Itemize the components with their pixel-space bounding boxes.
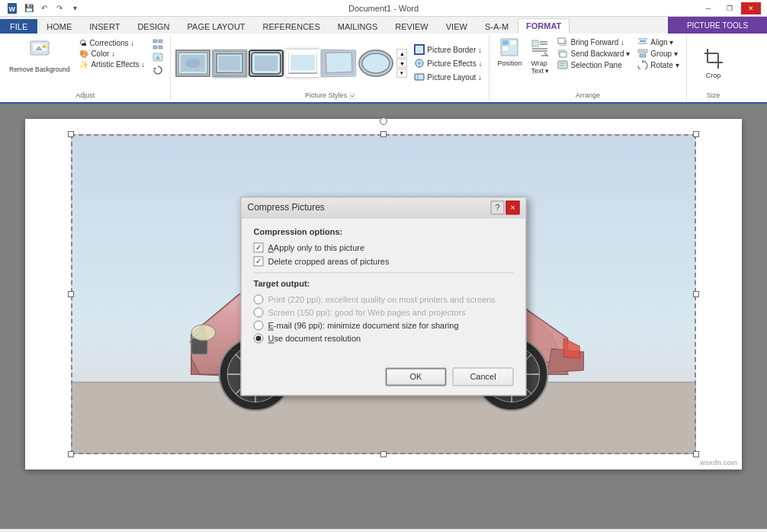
customize-icon[interactable]: ▾: [69, 2, 81, 14]
dialog-close-button[interactable]: ×: [506, 200, 520, 214]
position-icon: [500, 38, 518, 59]
svg-rect-57: [643, 50, 647, 53]
styles-scroll-down[interactable]: ▼: [396, 59, 407, 68]
position-button[interactable]: Position: [494, 37, 525, 90]
save-icon[interactable]: 💾: [23, 2, 35, 14]
radio-print[interactable]: [254, 294, 264, 304]
svg-rect-58: [640, 54, 646, 57]
bring-forward-button[interactable]: Bring Forward ↓: [555, 37, 632, 47]
handle-middle-left[interactable]: [68, 291, 74, 297]
crop-button[interactable]: Crop: [695, 46, 732, 82]
picture-border-button[interactable]: Picture Border ↓: [412, 43, 484, 56]
svg-rect-38: [502, 40, 509, 45]
radio-row-document: Use document resolution: [254, 333, 514, 343]
svg-rect-27: [326, 53, 353, 73]
wrap-text-label: WrapText ▾: [531, 59, 549, 75]
picture-style-1[interactable]: [175, 50, 210, 77]
picture-style-2[interactable]: [212, 50, 247, 77]
rotate-button[interactable]: Rotate ▾: [635, 59, 681, 70]
wrap-text-button[interactable]: WrapText ▾: [528, 37, 552, 90]
dialog-titlebar: Compress Pictures ? ×: [242, 197, 526, 218]
radio-screen-label: Screen (150 ppi): good for Web pages and…: [268, 308, 466, 317]
radio-document-label: Use document resolution: [268, 334, 361, 343]
svg-rect-34: [415, 74, 424, 80]
tab-insert[interactable]: INSERT: [81, 19, 128, 34]
picture-effects-button[interactable]: Picture Effects ↓: [412, 57, 484, 69]
picture-style-3[interactable]: [249, 50, 284, 77]
restore-button[interactable]: ❐: [720, 2, 740, 14]
handle-top-center[interactable]: [380, 131, 387, 137]
redo-icon[interactable]: ↷: [53, 2, 66, 14]
picture-style-5[interactable]: [322, 49, 357, 77]
radio-email-label: E-mail (96 ppi): minimize document size …: [268, 321, 459, 330]
crop-label: Crop: [706, 72, 721, 80]
tab-sam[interactable]: S-A-M: [477, 19, 517, 34]
radio-email[interactable]: [254, 320, 264, 330]
styles-scroll-up[interactable]: ▲: [396, 49, 407, 58]
tab-home[interactable]: HOME: [38, 19, 80, 34]
dialog-title: Compress Pictures: [248, 202, 325, 213]
radio-screen[interactable]: [254, 307, 264, 317]
rotate-handle[interactable]: [380, 117, 387, 125]
svg-rect-6: [32, 50, 47, 53]
corrections-button[interactable]: 🌤 Corrections ↓: [77, 38, 147, 48]
tab-file[interactable]: FILE: [0, 19, 37, 34]
picture-layout-button[interactable]: Picture Layout ↓: [412, 71, 484, 83]
svg-point-5: [42, 45, 46, 49]
send-backward-button[interactable]: Send Backward ▾: [555, 48, 632, 59]
compress-pictures-button[interactable]: [150, 38, 165, 50]
picture-layout-icon: [414, 72, 425, 82]
compression-options-title: Compression options:: [254, 227, 514, 236]
rotate-icon: [637, 60, 648, 69]
tab-mailings[interactable]: MAILINGS: [329, 19, 387, 34]
group-button[interactable]: Group ▾: [635, 48, 681, 59]
color-button[interactable]: 🎨 Color ↓: [77, 49, 147, 59]
tab-design[interactable]: DESIGN: [129, 19, 178, 34]
apply-only-checkbox[interactable]: [254, 242, 264, 252]
close-button[interactable]: ✕: [741, 2, 761, 14]
svg-point-33: [418, 62, 421, 65]
handle-top-right[interactable]: [693, 131, 699, 137]
arrange-buttons: Bring Forward ↓ Send Backward ▾ Selectio…: [555, 37, 632, 90]
handle-middle-right[interactable]: [693, 291, 699, 297]
selection-pane-button[interactable]: Selection Pane: [555, 59, 632, 70]
send-backward-icon: [557, 49, 568, 58]
compress-pictures-dialog: Compress Pictures ? × Compression option…: [241, 197, 527, 396]
artistic-effects-button[interactable]: ✨ Artistic Effects ↓: [77, 59, 147, 69]
styles-scroll-expand[interactable]: ▾: [396, 69, 407, 78]
svg-text:W: W: [9, 5, 16, 13]
minimize-button[interactable]: ─: [698, 2, 718, 14]
change-picture-button[interactable]: [150, 51, 165, 63]
svg-point-91: [191, 325, 216, 341]
artistic-effects-icon: ✨: [79, 60, 88, 69]
svg-point-29: [362, 53, 390, 73]
cancel-button[interactable]: Cancel: [453, 367, 514, 386]
ok-button[interactable]: OK: [386, 367, 447, 386]
dialog-help-button[interactable]: ?: [491, 200, 505, 214]
svg-rect-47: [558, 38, 565, 43]
remove-background-button[interactable]: Remove Background: [5, 37, 74, 75]
watermark: wsxdn.com: [700, 459, 737, 466]
svg-point-17: [185, 59, 201, 68]
undo-icon[interactable]: ↶: [38, 2, 50, 14]
tab-page-layout[interactable]: PAGE LAYOUT: [179, 19, 254, 34]
picture-styles-expand-icon[interactable]: [349, 93, 355, 99]
tab-references[interactable]: REFERENCES: [255, 19, 329, 34]
tab-view[interactable]: VIEW: [438, 19, 476, 34]
handle-bottom-left[interactable]: [68, 451, 74, 457]
radio-document[interactable]: [254, 333, 264, 343]
arrange-group-label: Arrange: [489, 91, 685, 99]
align-button[interactable]: Align ▾: [635, 37, 681, 47]
styles-scroll: ▲ ▼ ▾: [396, 49, 407, 78]
picture-style-4[interactable]: [285, 50, 320, 77]
delete-cropped-checkbox[interactable]: [254, 256, 264, 266]
size-group-label: Size: [687, 91, 740, 99]
picture-style-6[interactable]: [358, 50, 393, 77]
tab-review[interactable]: REVIEW: [387, 19, 436, 34]
ribbon-tabs-row: FILE HOME INSERT DESIGN PAGE LAYOUT REFE…: [0, 17, 767, 34]
handle-top-left[interactable]: [68, 131, 74, 137]
tab-format[interactable]: FORMAT: [518, 18, 570, 34]
handle-bottom-right[interactable]: [693, 451, 699, 457]
handle-bottom-center[interactable]: [380, 451, 387, 457]
reset-picture-button[interactable]: [150, 64, 165, 76]
